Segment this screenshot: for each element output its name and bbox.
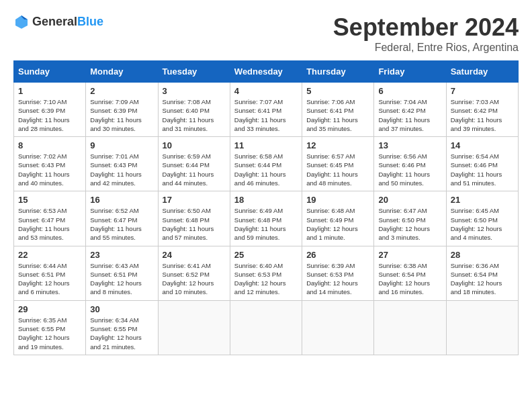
day-info: Sunrise: 7:04 AMSunset: 6:42 PMDaylight:… — [378, 97, 441, 133]
day-info: Sunrise: 6:36 AMSunset: 6:54 PMDaylight:… — [451, 261, 514, 297]
day-number: 8 — [18, 140, 81, 150]
column-header-wednesday: Wednesday — [230, 61, 302, 83]
day-info: Sunrise: 6:44 AMSunset: 6:51 PMDaylight:… — [18, 261, 81, 297]
day-number: 22 — [18, 250, 81, 260]
day-number: 2 — [90, 86, 153, 96]
day-number: 23 — [90, 250, 153, 260]
day-number: 6 — [378, 86, 441, 96]
day-number: 14 — [451, 140, 514, 150]
column-header-friday: Friday — [374, 61, 446, 83]
day-number: 3 — [163, 86, 226, 96]
day-info: Sunrise: 7:07 AMSunset: 6:41 PMDaylight:… — [234, 97, 298, 133]
day-info: Sunrise: 7:01 AMSunset: 6:43 PMDaylight:… — [90, 152, 153, 187]
calendar-cell: 3 Sunrise: 7:08 AMSunset: 6:40 PMDayligh… — [158, 83, 230, 137]
day-info: Sunrise: 6:38 AMSunset: 6:54 PMDaylight:… — [378, 261, 441, 297]
day-info: Sunrise: 6:48 AMSunset: 6:49 PMDaylight:… — [306, 206, 369, 242]
day-number: 12 — [306, 140, 369, 150]
calendar-cell: 6 Sunrise: 7:04 AMSunset: 6:42 PMDayligh… — [374, 83, 446, 137]
calendar-week-2: 8 Sunrise: 7:02 AMSunset: 6:43 PMDayligh… — [14, 137, 519, 191]
calendar-cell: 5 Sunrise: 7:06 AMSunset: 6:41 PMDayligh… — [302, 83, 374, 137]
day-info: Sunrise: 6:47 AMSunset: 6:50 PMDaylight:… — [378, 206, 441, 242]
calendar-cell: 19 Sunrise: 6:48 AMSunset: 6:49 PMDaylig… — [302, 191, 374, 246]
logo: GeneralBlue — [13, 13, 103, 30]
column-header-saturday: Saturday — [446, 61, 518, 83]
day-info: Sunrise: 6:57 AMSunset: 6:45 PMDaylight:… — [306, 152, 369, 187]
calendar-cell: 17 Sunrise: 6:50 AMSunset: 6:48 PMDaylig… — [158, 191, 230, 246]
day-number: 28 — [451, 250, 514, 260]
logo-general: General — [32, 15, 77, 28]
calendar-cell: 10 Sunrise: 6:59 AMSunset: 6:44 PMDaylig… — [158, 137, 230, 191]
day-info: Sunrise: 7:03 AMSunset: 6:42 PMDaylight:… — [451, 97, 514, 133]
calendar-cell: 13 Sunrise: 6:56 AMSunset: 6:46 PMDaylig… — [374, 137, 446, 191]
day-info: Sunrise: 6:49 AMSunset: 6:48 PMDaylight:… — [234, 206, 298, 242]
calendar-week-4: 22 Sunrise: 6:44 AMSunset: 6:51 PMDaylig… — [14, 246, 519, 300]
calendar-cell: 8 Sunrise: 7:02 AMSunset: 6:43 PMDayligh… — [14, 137, 86, 191]
day-info: Sunrise: 6:39 AMSunset: 6:53 PMDaylight:… — [306, 261, 369, 297]
logo-icon — [13, 13, 30, 30]
calendar-cell: 18 Sunrise: 6:49 AMSunset: 6:48 PMDaylig… — [230, 191, 302, 246]
day-number: 10 — [163, 140, 226, 150]
day-number: 11 — [234, 140, 298, 150]
calendar-cell: 1 Sunrise: 7:10 AMSunset: 6:39 PMDayligh… — [14, 83, 86, 137]
calendar-cell: 7 Sunrise: 7:03 AMSunset: 6:42 PMDayligh… — [446, 83, 518, 137]
svg-marker-0 — [15, 15, 28, 29]
calendar-cell: 4 Sunrise: 7:07 AMSunset: 6:41 PMDayligh… — [230, 83, 302, 137]
day-number: 29 — [18, 304, 81, 314]
calendar-cell: 22 Sunrise: 6:44 AMSunset: 6:51 PMDaylig… — [14, 246, 86, 300]
calendar-cell: 29 Sunrise: 6:35 AMSunset: 6:55 PMDaylig… — [14, 300, 86, 355]
calendar-week-5: 29 Sunrise: 6:35 AMSunset: 6:55 PMDaylig… — [14, 300, 519, 355]
day-number: 16 — [90, 195, 153, 205]
calendar-cell: 16 Sunrise: 6:52 AMSunset: 6:47 PMDaylig… — [86, 191, 158, 246]
day-info: Sunrise: 6:50 AMSunset: 6:48 PMDaylight:… — [163, 206, 226, 242]
calendar-cell — [302, 300, 374, 355]
day-info: Sunrise: 6:43 AMSunset: 6:51 PMDaylight:… — [90, 261, 153, 297]
calendar-cell — [158, 300, 230, 355]
day-number: 26 — [306, 250, 369, 260]
calendar-cell — [446, 300, 518, 355]
day-number: 4 — [234, 86, 298, 96]
day-info: Sunrise: 7:06 AMSunset: 6:41 PMDaylight:… — [306, 97, 369, 133]
calendar-cell: 24 Sunrise: 6:41 AMSunset: 6:52 PMDaylig… — [158, 246, 230, 300]
column-header-thursday: Thursday — [302, 61, 374, 83]
calendar-cell: 26 Sunrise: 6:39 AMSunset: 6:53 PMDaylig… — [302, 246, 374, 300]
calendar-cell: 12 Sunrise: 6:57 AMSunset: 6:45 PMDaylig… — [302, 137, 374, 191]
calendar-cell: 30 Sunrise: 6:34 AMSunset: 6:55 PMDaylig… — [86, 300, 158, 355]
calendar-cell: 14 Sunrise: 6:54 AMSunset: 6:46 PMDaylig… — [446, 137, 518, 191]
column-header-sunday: Sunday — [14, 61, 86, 83]
calendar-cell: 15 Sunrise: 6:53 AMSunset: 6:47 PMDaylig… — [14, 191, 86, 246]
calendar-cell: 11 Sunrise: 6:58 AMSunset: 6:44 PMDaylig… — [230, 137, 302, 191]
day-info: Sunrise: 6:56 AMSunset: 6:46 PMDaylight:… — [378, 152, 441, 187]
day-info: Sunrise: 7:10 AMSunset: 6:39 PMDaylight:… — [18, 97, 81, 133]
day-number: 5 — [306, 86, 369, 96]
calendar-cell — [374, 300, 446, 355]
day-number: 30 — [90, 304, 153, 314]
day-info: Sunrise: 7:08 AMSunset: 6:40 PMDaylight:… — [163, 97, 226, 133]
calendar-cell: 20 Sunrise: 6:47 AMSunset: 6:50 PMDaylig… — [374, 191, 446, 246]
calendar-cell: 27 Sunrise: 6:38 AMSunset: 6:54 PMDaylig… — [374, 246, 446, 300]
day-info: Sunrise: 6:53 AMSunset: 6:47 PMDaylight:… — [18, 206, 81, 242]
day-info: Sunrise: 6:35 AMSunset: 6:55 PMDaylight:… — [18, 316, 81, 351]
page-header: GeneralBlue September 2024 Federal, Entr… — [13, 13, 519, 54]
day-number: 13 — [378, 140, 441, 150]
day-info: Sunrise: 6:45 AMSunset: 6:50 PMDaylight:… — [451, 206, 514, 242]
column-header-monday: Monday — [86, 61, 158, 83]
day-info: Sunrise: 6:58 AMSunset: 6:44 PMDaylight:… — [234, 152, 298, 187]
day-number: 15 — [18, 195, 81, 205]
calendar-cell — [230, 300, 302, 355]
calendar-week-3: 15 Sunrise: 6:53 AMSunset: 6:47 PMDaylig… — [14, 191, 519, 246]
month-title: September 2024 — [333, 13, 519, 42]
column-header-tuesday: Tuesday — [158, 61, 230, 83]
day-info: Sunrise: 6:59 AMSunset: 6:44 PMDaylight:… — [163, 152, 226, 187]
calendar-week-1: 1 Sunrise: 7:10 AMSunset: 6:39 PMDayligh… — [14, 83, 519, 137]
calendar-cell: 25 Sunrise: 6:40 AMSunset: 6:53 PMDaylig… — [230, 246, 302, 300]
calendar-cell: 2 Sunrise: 7:09 AMSunset: 6:39 PMDayligh… — [86, 83, 158, 137]
day-info: Sunrise: 6:41 AMSunset: 6:52 PMDaylight:… — [163, 261, 226, 297]
logo-blue: Blue — [77, 15, 103, 28]
day-info: Sunrise: 7:09 AMSunset: 6:39 PMDaylight:… — [90, 97, 153, 133]
calendar-cell: 9 Sunrise: 7:01 AMSunset: 6:43 PMDayligh… — [86, 137, 158, 191]
title-section: September 2024 Federal, Entre Rios, Arge… — [333, 13, 519, 54]
calendar-header-row: SundayMondayTuesdayWednesdayThursdayFrid… — [14, 61, 519, 83]
calendar-cell: 21 Sunrise: 6:45 AMSunset: 6:50 PMDaylig… — [446, 191, 518, 246]
day-number: 25 — [234, 250, 298, 260]
day-info: Sunrise: 6:34 AMSunset: 6:55 PMDaylight:… — [90, 316, 153, 351]
